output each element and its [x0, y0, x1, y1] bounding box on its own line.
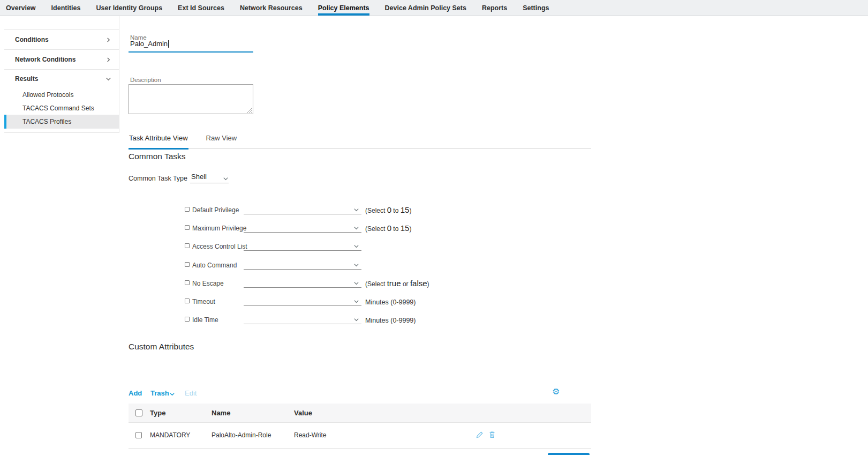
hint-part: 15 — [401, 223, 410, 233]
task-hint: (Select 0 to 15) — [365, 205, 411, 215]
hint-part: to — [391, 225, 401, 233]
hint-part: (Select — [365, 225, 387, 233]
edit-icon[interactable] — [475, 430, 484, 439]
idle-time-select[interactable] — [244, 315, 361, 324]
maximum-privilege-checkbox[interactable] — [185, 225, 190, 230]
description-input[interactable] — [129, 84, 253, 114]
hint-part: (Select — [365, 280, 387, 288]
text-cursor — [168, 40, 169, 48]
task-row: Timeout Minutes (0-9999) — [185, 297, 463, 309]
task-row: Default Privilege (Select 0 to 15) — [185, 205, 463, 217]
nav-item-device-admin-policy-sets[interactable]: Device Admin Policy Sets — [385, 0, 466, 16]
select-all-checkbox[interactable] — [135, 409, 142, 416]
hint-part: 0 — [387, 205, 391, 214]
sidebar-header — [4, 16, 119, 30]
common-task-type-value: Shell — [191, 173, 207, 181]
hint-part: 15 — [401, 205, 410, 214]
trash-button[interactable]: Trash — [150, 389, 169, 397]
auto-command-select[interactable] — [244, 260, 361, 270]
column-header-type: Type — [150, 409, 165, 417]
view-tabs: Task Attribute View Raw View — [129, 132, 591, 149]
hint-part: ) — [409, 207, 411, 214]
edit-button: Edit — [185, 389, 197, 397]
sidebar-footer — [4, 129, 119, 133]
row-checkbox[interactable] — [135, 432, 142, 438]
hint-part: (Select — [365, 207, 387, 214]
cell-type: MANDATORY — [150, 431, 190, 439]
hint-part: Minutes (0-9999) — [365, 299, 416, 306]
description-field-label: Description — [130, 77, 161, 83]
idle-time-checkbox[interactable] — [185, 317, 190, 322]
nav-item-network-resources[interactable]: Network Resources — [240, 0, 303, 16]
hint-part: Minutes (0-9999) — [365, 317, 416, 324]
chevron-right-icon — [105, 57, 111, 63]
sidebar-item-label: Results — [15, 75, 38, 83]
tacacs-profile-page: Overview Identities User Identity Groups… — [0, 0, 868, 455]
chevron-down-icon — [353, 280, 359, 286]
column-header-name: Name — [212, 409, 230, 417]
sidebar: Conditions Network Conditions Results Al… — [4, 16, 119, 133]
nav-item-identities[interactable]: Identities — [51, 0, 81, 16]
task-label: Auto Command — [192, 262, 237, 269]
chevron-down-icon — [105, 76, 111, 82]
nav-item-settings[interactable]: Settings — [523, 0, 549, 16]
nav-item-overview[interactable]: Overview — [6, 0, 36, 16]
common-task-type-label: Common Task Type — [129, 175, 187, 182]
timeout-select[interactable] — [244, 297, 361, 306]
nav-item-policy-elements[interactable]: Policy Elements — [318, 0, 369, 16]
hint-part: ) — [409, 225, 411, 233]
access-control-list-checkbox[interactable] — [185, 243, 190, 248]
task-hint: (Select 0 to 15) — [365, 223, 411, 234]
name-input-value: Palo_Admin — [130, 40, 168, 48]
sidebar-item-tacacs-profiles[interactable]: TACACS Profiles — [4, 115, 119, 129]
chevron-down-icon[interactable] — [169, 391, 175, 397]
task-label: Default Privilege — [192, 206, 239, 214]
sidebar-item-allowed-protocols[interactable]: Allowed Protocols — [4, 88, 119, 101]
no-escape-checkbox[interactable] — [185, 280, 190, 285]
default-privilege-checkbox[interactable] — [185, 207, 190, 212]
task-row: Auto Command — [185, 260, 463, 272]
chevron-down-icon — [353, 317, 359, 323]
add-button[interactable]: Add — [129, 389, 142, 397]
task-label: Timeout — [192, 298, 215, 305]
sidebar-item-tacacs-command-sets[interactable]: TACACS Command Sets — [4, 101, 119, 115]
timeout-checkbox[interactable] — [185, 299, 190, 303]
delete-icon[interactable] — [488, 430, 496, 439]
tab-raw-view[interactable]: Raw View — [206, 132, 238, 148]
auto-command-checkbox[interactable] — [185, 262, 190, 267]
default-privilege-select[interactable] — [244, 205, 361, 214]
cell-name: PaloAlto-Admin-Role — [212, 431, 271, 439]
save-button[interactable] — [548, 453, 590, 455]
common-task-type-select[interactable]: Shell — [190, 173, 229, 183]
column-header-value: Value — [294, 409, 312, 417]
nav-item-ext-id-sources[interactable]: Ext Id Sources — [178, 0, 224, 16]
sidebar-item-network-conditions[interactable]: Network Conditions — [4, 50, 119, 70]
hint-part: or — [401, 280, 410, 288]
custom-attributes-heading: Custom Attributes — [129, 342, 194, 352]
tab-task-attribute-view[interactable]: Task Attribute View — [129, 132, 188, 150]
nav-item-user-identity-groups[interactable]: User Identity Groups — [96, 0, 162, 16]
hint-part: ) — [427, 280, 429, 288]
chevron-down-icon — [223, 176, 229, 182]
access-control-list-select[interactable] — [244, 242, 361, 251]
hint-part: false — [410, 279, 427, 288]
hint-part: to — [391, 207, 401, 214]
sidebar-item-label: Conditions — [15, 36, 49, 43]
maximum-privilege-select[interactable] — [244, 223, 361, 233]
task-hint: Minutes (0-9999) — [365, 315, 416, 325]
task-row: No Escape (Select true or false) — [185, 279, 463, 290]
resize-handle-icon[interactable] — [246, 107, 252, 113]
task-label: Maximum Privilege — [192, 225, 246, 232]
chevron-down-icon — [353, 262, 359, 268]
table-row: MANDATORY PaloAlto-Admin-Role Read-Write — [129, 423, 591, 449]
task-row: Access Control List — [185, 242, 463, 253]
no-escape-select[interactable] — [244, 279, 361, 288]
sidebar-item-conditions[interactable]: Conditions — [4, 30, 119, 50]
sidebar-item-label: Network Conditions — [15, 56, 76, 63]
sidebar-item-results[interactable]: Results — [4, 70, 119, 88]
name-input[interactable]: Palo_Admin — [129, 40, 253, 53]
sidebar-item-label: Allowed Protocols — [22, 91, 73, 99]
nav-item-reports[interactable]: Reports — [482, 0, 507, 16]
settings-gear-icon[interactable]: ⚙ — [552, 387, 560, 397]
top-navigation: Overview Identities User Identity Groups… — [0, 0, 868, 16]
